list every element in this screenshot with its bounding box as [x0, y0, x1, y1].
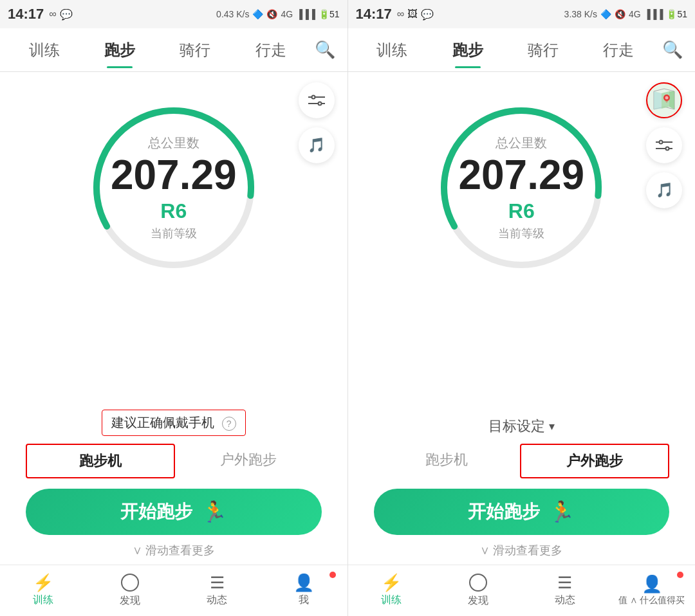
volume-icon-r: 🔇 — [615, 9, 626, 19]
left-scroll-hint: ∨ 滑动查看更多 — [26, 543, 322, 558]
right-nav-discover[interactable]: 发现 — [434, 565, 521, 616]
left-start-label: 开始跑步 — [120, 500, 192, 524]
left-circle-rank: R6 — [160, 199, 187, 223]
svg-marker-12 — [669, 91, 674, 109]
chevron-down-icon: ▾ — [549, 419, 555, 433]
discover-icon — [121, 574, 139, 592]
right-nav-training[interactable]: ⚡ 训练 — [348, 565, 435, 616]
left-nav-activity[interactable]: ☰ 动态 — [174, 565, 261, 616]
signal-bars-right: ▐▐▐ — [644, 9, 663, 19]
filter-icon — [308, 94, 325, 107]
profile-notification-dot — [329, 572, 336, 578]
left-tab-walking[interactable]: 行走 — [233, 33, 308, 67]
svg-point-3 — [318, 102, 321, 105]
right-nav-activity[interactable]: ☰ 动态 — [521, 565, 608, 616]
left-circle-text: 总公里数 207.29 R6 当前等级 — [111, 134, 237, 241]
right-panel: 训练 跑步 骑行 行走 🔍 — [348, 28, 696, 616]
map-icon — [650, 86, 678, 114]
svg-point-18 — [666, 147, 669, 150]
left-mode-section: 建议正确佩戴手机 ? 跑步机 户外跑步 开始跑步 🏃 ∨ 滑动查看更多 — [13, 410, 335, 565]
hint-question-icon: ? — [222, 417, 236, 431]
right-circle-value: 207.29 — [458, 154, 584, 195]
right-run-icon: 🏃 — [549, 500, 575, 524]
infinity-icon-r: ∞ — [397, 8, 404, 20]
bluetooth-icon-r: 🔷 — [600, 9, 611, 19]
message-icon-r: 💬 — [421, 8, 434, 21]
svg-point-0 — [311, 96, 315, 99]
status-right-left: 0.43 K/s 🔷 🔇 4G ▐▐▐ 🔋51 — [216, 9, 339, 19]
right-mode-outdoor[interactable]: 户外跑步 — [520, 444, 669, 478]
right-scroll-hint: ∨ 滑动查看更多 — [374, 543, 670, 558]
profile-icon-r: 👤 — [642, 575, 662, 592]
left-circle-section: 总公里数 207.29 R6 当前等级 — [84, 98, 264, 278]
right-target-setting[interactable]: 目标设定 ▾ — [374, 417, 670, 436]
right-music-icon-button[interactable]: 🎵 — [646, 172, 682, 208]
status-icons-left: ∞ 💬 — [49, 8, 72, 21]
right-tab-walking[interactable]: 行走 — [581, 33, 656, 67]
right-mode-tabs: 跑步机 户外跑步 — [374, 444, 670, 478]
profile-notification-dot-r — [677, 572, 683, 578]
right-top-icons: 🎵 — [646, 82, 682, 208]
status-bar-right: 14:17 ∞ 🖼 💬 3.38 K/s 🔷 🔇 4G ▐▐▐ 🔋51 — [348, 0, 696, 28]
right-circle-rank-label: 当前等级 — [498, 226, 544, 241]
left-music-icon-button[interactable]: 🎵 — [299, 127, 335, 163]
right-tab-cycling[interactable]: 骑行 — [505, 33, 580, 67]
left-nav-discover[interactable]: 发现 — [87, 565, 174, 616]
main-split: 训练 跑步 骑行 行走 🔍 — [0, 28, 695, 616]
status-icons-right: ∞ 🖼 💬 — [397, 8, 434, 21]
right-filter-icon-button[interactable] — [646, 127, 682, 163]
right-tab-running[interactable]: 跑步 — [430, 33, 505, 67]
battery-right: 🔋51 — [666, 9, 687, 19]
left-filter-icon-button[interactable] — [299, 82, 335, 118]
left-bottom-nav: ⚡ 训练 发现 ☰ 动态 👤 我 — [0, 565, 348, 616]
lightning-icon-r: ⚡ — [381, 574, 402, 591]
left-tab-nav: 训练 跑步 骑行 行走 🔍 — [0, 28, 348, 72]
status-right-right: 3.38 K/s 🔷 🔇 4G ▐▐▐ 🔋51 — [564, 9, 687, 19]
left-circle-value: 207.29 — [111, 154, 237, 195]
volume-icon: 🔇 — [266, 9, 277, 19]
right-start-button[interactable]: 开始跑步 🏃 — [374, 489, 670, 535]
left-panel: 训练 跑步 骑行 行走 🔍 — [0, 28, 348, 616]
right-circle-section: 总公里数 207.29 R6 当前等级 — [431, 98, 611, 278]
right-nav-profile[interactable]: 👤 值 ∧ 什么值得买 — [608, 565, 695, 616]
left-tab-training[interactable]: 训练 — [6, 33, 82, 67]
left-wear-hint: 建议正确佩戴手机 ? — [26, 410, 322, 436]
left-nav-profile[interactable]: 👤 我 — [261, 565, 348, 616]
left-mode-treadmill[interactable]: 跑步机 — [26, 444, 175, 478]
right-bottom-nav: ⚡ 训练 发现 ☰ 动态 👤 值 ∧ 什么值得买 — [348, 565, 696, 616]
right-search-button[interactable]: 🔍 — [656, 40, 689, 60]
speed-right: 3.38 K/s — [564, 9, 597, 19]
left-total-label: 总公里数 — [148, 134, 199, 152]
music-icon-r: 🎵 — [656, 182, 673, 199]
left-tab-running[interactable]: 跑步 — [82, 33, 157, 67]
left-tab-cycling[interactable]: 骑行 — [158, 33, 233, 67]
music-icon: 🎵 — [308, 137, 325, 154]
right-tab-training[interactable]: 训练 — [355, 33, 430, 67]
activity-icon-r: ☰ — [557, 574, 572, 591]
right-mode-treadmill[interactable]: 跑步机 — [374, 444, 521, 478]
left-top-icons: 🎵 — [299, 82, 335, 163]
left-run-icon: 🏃 — [201, 500, 227, 524]
left-wear-hint-box: 建议正确佩戴手机 ? — [102, 410, 246, 436]
left-panel-body: 🎵 总公里数 207.29 R6 当前等级 — [0, 72, 348, 565]
left-mode-outdoor[interactable]: 户外跑步 — [175, 444, 322, 478]
left-search-button[interactable]: 🔍 — [309, 40, 341, 60]
right-map-icon-button[interactable] — [646, 82, 682, 118]
right-panel-body: 🎵 总公里数 207.29 R6 当前等级 — [348, 72, 696, 565]
right-tab-nav: 训练 跑步 骑行 行走 🔍 — [348, 28, 696, 72]
bluetooth-icon: 🔷 — [252, 9, 263, 19]
infinity-icon: ∞ — [49, 8, 56, 20]
status-bars: 14:17 ∞ 💬 0.43 K/s 🔷 🔇 4G ▐▐▐ 🔋51 14:17 … — [0, 0, 695, 28]
signal-4g-right: 4G — [629, 9, 641, 19]
discover-icon-r — [469, 574, 487, 592]
right-total-label: 总公里数 — [496, 134, 547, 152]
left-start-button[interactable]: 开始跑步 🏃 — [26, 489, 322, 535]
svg-point-15 — [660, 141, 663, 144]
right-mode-section: 目标设定 ▾ 跑步机 户外跑步 开始跑步 🏃 ∨ 滑动查看更多 — [361, 417, 683, 565]
left-nav-training[interactable]: ⚡ 训练 — [0, 565, 87, 616]
battery-left: 🔋51 — [319, 9, 340, 19]
right-start-label: 开始跑步 — [468, 500, 540, 524]
image-icon: 🖼 — [407, 8, 418, 20]
left-circle-rank-label: 当前等级 — [151, 226, 197, 241]
profile-icon: 👤 — [293, 574, 314, 591]
